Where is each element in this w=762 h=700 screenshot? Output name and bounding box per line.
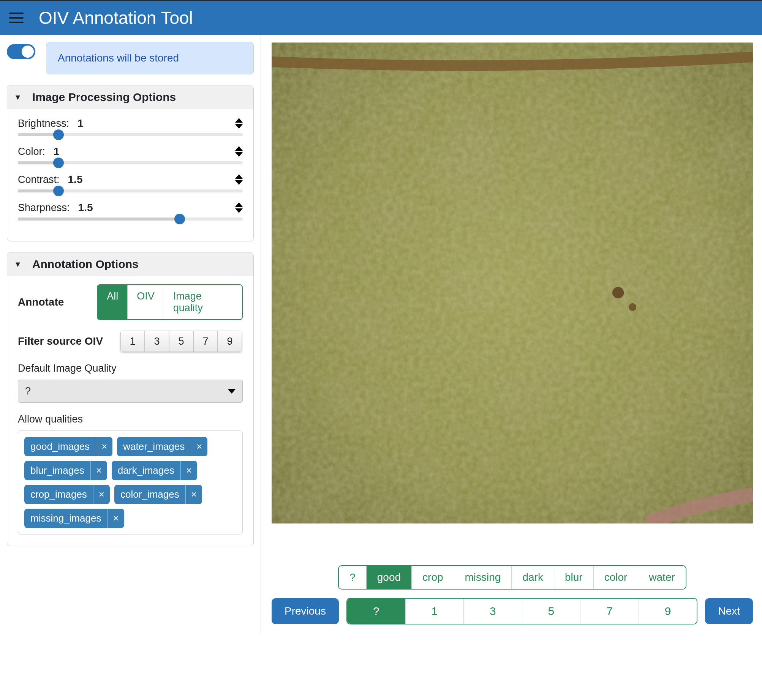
quality-color[interactable]: color xyxy=(594,566,639,589)
default-quality-value: ? xyxy=(25,385,31,397)
svg-rect-2 xyxy=(272,43,753,523)
annotate-option-all[interactable]: All xyxy=(98,285,128,319)
quality-crop[interactable]: crop xyxy=(412,566,454,589)
caret-up-icon[interactable] xyxy=(235,174,243,179)
filter-oiv-3[interactable]: 3 xyxy=(145,331,169,352)
panel-title: Image Processing Options xyxy=(32,91,176,104)
oiv-1[interactable]: 1 xyxy=(406,599,464,624)
close-icon[interactable]: × xyxy=(96,437,112,456)
brightness-slider: Brightness:1 xyxy=(18,117,243,136)
brightness-label: Brightness: xyxy=(18,118,69,129)
quality-button-group: ?goodcropmissingdarkblurcolorwater xyxy=(338,565,686,590)
quality-good[interactable]: good xyxy=(367,566,412,589)
quality-tag-water_images: water_images× xyxy=(117,437,207,456)
quality-unknown[interactable]: ? xyxy=(339,566,367,589)
leaf-image xyxy=(272,43,753,523)
sharpness-label: Sharpness: xyxy=(18,202,70,214)
close-icon[interactable]: × xyxy=(90,461,107,480)
allow-qualities-box[interactable]: good_images×water_images×blur_images×dar… xyxy=(18,430,243,534)
quality-tag-missing_images: missing_images× xyxy=(24,509,124,528)
brightness-value: 1 xyxy=(77,117,84,129)
quality-tag-color_images: color_images× xyxy=(114,485,202,504)
contrast-track[interactable] xyxy=(18,189,243,192)
quality-tag-crop_images: crop_images× xyxy=(24,485,110,504)
chevron-down-icon[interactable]: ▼ xyxy=(14,260,22,269)
contrast-stepper[interactable] xyxy=(235,174,243,185)
close-icon[interactable]: × xyxy=(180,461,197,480)
contrast-thumb[interactable] xyxy=(53,186,64,196)
tag-label: good_images xyxy=(24,437,96,456)
color-stepper[interactable] xyxy=(235,146,243,157)
tag-label: blur_images xyxy=(24,461,90,480)
chevron-down-icon[interactable]: ▼ xyxy=(14,93,22,102)
default-quality-label: Default Image Quality xyxy=(18,363,243,374)
caret-up-icon[interactable] xyxy=(235,146,243,151)
sharpness-track[interactable] xyxy=(18,218,243,221)
svg-point-4 xyxy=(629,303,636,311)
brightness-track[interactable] xyxy=(18,133,243,136)
default-quality-select[interactable]: ? xyxy=(18,380,243,403)
allow-qualities-label: Allow qualities xyxy=(18,413,243,425)
oiv-3[interactable]: 3 xyxy=(464,599,522,624)
annotate-option-oiv[interactable]: OIV xyxy=(128,285,164,319)
app-title: OIV Annotation Tool xyxy=(39,8,193,28)
panel-title: Annotation Options xyxy=(32,258,139,271)
color-slider: Color:1 xyxy=(18,145,243,164)
close-icon[interactable]: × xyxy=(185,485,202,504)
filter-oiv-label: Filter source OIV xyxy=(18,335,120,347)
oiv-unknown[interactable]: ? xyxy=(347,599,406,624)
svg-point-3 xyxy=(612,287,624,298)
quality-water[interactable]: water xyxy=(638,566,685,589)
contrast-label: Contrast: xyxy=(18,174,60,186)
filter-oiv-5[interactable]: 5 xyxy=(169,331,193,352)
main: ?goodcropmissingdarkblurcolorwater Previ… xyxy=(261,35,762,634)
filter-oiv-7[interactable]: 7 xyxy=(193,331,218,352)
quality-dark[interactable]: dark xyxy=(512,566,554,589)
quality-tag-blur_images: blur_images× xyxy=(24,461,107,480)
annotate-label: Annotate xyxy=(18,296,97,308)
topbar: OIV Annotation Tool xyxy=(0,0,762,35)
annotation-options-panel: ▼ Annotation Options Annotate AllOIVImag… xyxy=(7,252,254,546)
caret-up-icon[interactable] xyxy=(235,202,243,207)
menu-icon[interactable] xyxy=(9,13,24,23)
quality-tag-good_images: good_images× xyxy=(24,437,112,456)
oiv-5[interactable]: 5 xyxy=(522,599,581,624)
contrast-slider: Contrast:1.5 xyxy=(18,173,243,192)
tag-label: crop_images xyxy=(24,485,93,504)
brightness-stepper[interactable] xyxy=(235,118,243,129)
close-icon[interactable]: × xyxy=(191,437,207,456)
tag-label: missing_images xyxy=(24,509,107,528)
caret-down-icon[interactable] xyxy=(235,124,243,129)
image-processing-panel: ▼ Image Processing Options Brightness:1C… xyxy=(7,85,254,241)
tag-label: color_images xyxy=(114,485,185,504)
next-button[interactable]: Next xyxy=(705,598,753,624)
color-thumb[interactable] xyxy=(53,158,64,168)
close-icon[interactable]: × xyxy=(107,509,124,528)
sharpness-value: 1.5 xyxy=(78,202,93,214)
annotate-segmented: AllOIVImage quality xyxy=(97,284,243,320)
store-notice: Annotations will be stored xyxy=(46,42,254,74)
filter-oiv-9[interactable]: 9 xyxy=(218,331,242,352)
close-icon[interactable]: × xyxy=(93,485,110,504)
sharpness-thumb[interactable] xyxy=(174,214,185,224)
color-track[interactable] xyxy=(18,161,243,164)
quality-missing[interactable]: missing xyxy=(454,566,512,589)
color-value: 1 xyxy=(54,145,60,158)
sharpness-stepper[interactable] xyxy=(235,202,243,213)
brightness-thumb[interactable] xyxy=(53,129,64,140)
oiv-7[interactable]: 7 xyxy=(580,599,639,624)
filter-oiv-group: 13579 xyxy=(120,331,242,352)
previous-button[interactable]: Previous xyxy=(272,598,339,624)
caret-down-icon[interactable] xyxy=(235,208,243,213)
tag-label: water_images xyxy=(117,437,191,456)
oiv-9[interactable]: 9 xyxy=(639,599,697,624)
caret-up-icon[interactable] xyxy=(235,118,243,123)
quality-blur[interactable]: blur xyxy=(554,566,594,589)
contrast-value: 1.5 xyxy=(68,173,83,186)
annotate-option-image-quality[interactable]: Image quality xyxy=(164,285,242,319)
caret-down-icon[interactable] xyxy=(235,152,243,157)
caret-down-icon[interactable] xyxy=(235,180,243,185)
store-toggle[interactable] xyxy=(7,44,35,59)
filter-oiv-1[interactable]: 1 xyxy=(120,331,145,352)
tag-label: dark_images xyxy=(112,461,180,480)
